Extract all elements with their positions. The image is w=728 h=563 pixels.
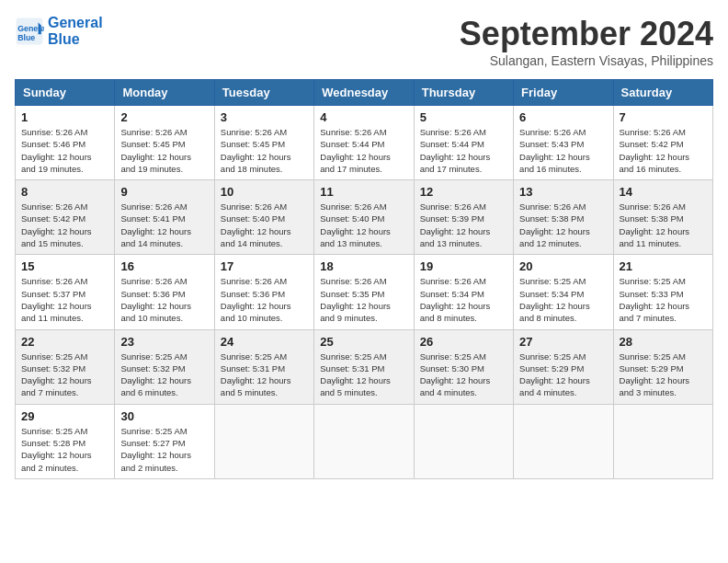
day-number: 23 — [120, 335, 208, 349]
day-number: 1 — [21, 110, 108, 124]
table-cell: 8Sunrise: 5:26 AMSunset: 5:42 PMDaylight… — [16, 180, 115, 255]
day-number: 11 — [320, 185, 407, 199]
table-cell: 7Sunrise: 5:26 AMSunset: 5:42 PMDaylight… — [613, 106, 712, 180]
day-info: Sunrise: 5:25 AMSunset: 5:34 PMDaylight:… — [519, 275, 607, 324]
day-number: 14 — [620, 185, 707, 199]
day-info: Sunrise: 5:26 AMSunset: 5:34 PMDaylight:… — [420, 275, 507, 324]
day-number: 3 — [221, 110, 308, 124]
table-cell: 21Sunrise: 5:25 AMSunset: 5:33 PMDayligh… — [613, 255, 712, 329]
day-number: 13 — [519, 185, 607, 199]
table-cell: 2Sunrise: 5:26 AMSunset: 5:45 PMDaylight… — [115, 106, 214, 180]
day-number: 30 — [120, 409, 208, 423]
day-info: Sunrise: 5:25 AMSunset: 5:32 PMDaylight:… — [21, 350, 108, 399]
table-cell — [314, 404, 414, 478]
day-info: Sunrise: 5:25 AMSunset: 5:27 PMDaylight:… — [120, 425, 208, 474]
svg-text:Blue: Blue — [17, 32, 35, 41]
calendar-row: 22Sunrise: 5:25 AMSunset: 5:32 PMDayligh… — [16, 329, 713, 404]
day-number: 7 — [620, 110, 707, 124]
day-info: Sunrise: 5:25 AMSunset: 5:28 PMDaylight:… — [21, 425, 108, 474]
table-cell: 28Sunrise: 5:25 AMSunset: 5:29 PMDayligh… — [613, 329, 712, 404]
day-number: 15 — [21, 259, 108, 273]
table-cell: 17Sunrise: 5:26 AMSunset: 5:36 PMDayligh… — [214, 255, 313, 329]
calendar-header-row: Sunday Monday Tuesday Wednesday Thursday… — [16, 80, 713, 106]
table-cell: 12Sunrise: 5:26 AMSunset: 5:39 PMDayligh… — [414, 180, 513, 255]
day-number: 10 — [221, 185, 308, 199]
day-info: Sunrise: 5:25 AMSunset: 5:30 PMDaylight:… — [420, 350, 507, 399]
table-cell: 27Sunrise: 5:25 AMSunset: 5:29 PMDayligh… — [514, 329, 613, 404]
day-number: 21 — [620, 259, 707, 273]
day-number: 27 — [519, 335, 607, 349]
day-number: 29 — [21, 409, 108, 423]
month-title: September 2024 — [460, 15, 713, 53]
table-cell: 10Sunrise: 5:26 AMSunset: 5:40 PMDayligh… — [214, 180, 313, 255]
day-number: 17 — [221, 259, 308, 273]
table-cell: 13Sunrise: 5:26 AMSunset: 5:38 PMDayligh… — [514, 180, 613, 255]
calendar-row: 8Sunrise: 5:26 AMSunset: 5:42 PMDaylight… — [16, 180, 713, 255]
day-number: 25 — [320, 335, 407, 349]
col-tuesday: Tuesday — [214, 80, 313, 106]
day-info: Sunrise: 5:25 AMSunset: 5:33 PMDaylight:… — [620, 275, 707, 324]
day-info: Sunrise: 5:26 AMSunset: 5:45 PMDaylight:… — [120, 126, 208, 175]
calendar-row: 15Sunrise: 5:26 AMSunset: 5:37 PMDayligh… — [16, 255, 713, 329]
col-thursday: Thursday — [414, 80, 513, 106]
day-number: 24 — [221, 335, 308, 349]
day-number: 16 — [120, 259, 208, 273]
day-info: Sunrise: 5:26 AMSunset: 5:44 PMDaylight:… — [420, 126, 507, 175]
table-cell: 24Sunrise: 5:25 AMSunset: 5:31 PMDayligh… — [214, 329, 313, 404]
day-info: Sunrise: 5:26 AMSunset: 5:41 PMDaylight:… — [120, 201, 208, 249]
day-info: Sunrise: 5:26 AMSunset: 5:44 PMDaylight:… — [320, 126, 407, 175]
day-info: Sunrise: 5:26 AMSunset: 5:46 PMDaylight:… — [21, 126, 108, 175]
table-cell: 30Sunrise: 5:25 AMSunset: 5:27 PMDayligh… — [115, 404, 214, 478]
day-info: Sunrise: 5:26 AMSunset: 5:38 PMDaylight:… — [519, 201, 607, 249]
table-cell: 25Sunrise: 5:25 AMSunset: 5:31 PMDayligh… — [314, 329, 414, 404]
day-number: 26 — [420, 335, 507, 349]
logo-text-blue: Blue — [48, 31, 103, 48]
day-info: Sunrise: 5:25 AMSunset: 5:32 PMDaylight:… — [120, 350, 208, 399]
day-info: Sunrise: 5:26 AMSunset: 5:45 PMDaylight:… — [221, 126, 308, 175]
col-friday: Friday — [514, 80, 613, 106]
day-info: Sunrise: 5:26 AMSunset: 5:37 PMDaylight:… — [21, 275, 108, 324]
day-info: Sunrise: 5:26 AMSunset: 5:40 PMDaylight:… — [320, 201, 407, 249]
day-info: Sunrise: 5:26 AMSunset: 5:36 PMDaylight:… — [221, 275, 308, 324]
table-cell — [214, 404, 313, 478]
table-cell: 18Sunrise: 5:26 AMSunset: 5:35 PMDayligh… — [314, 255, 414, 329]
table-cell: 11Sunrise: 5:26 AMSunset: 5:40 PMDayligh… — [314, 180, 414, 255]
table-cell: 22Sunrise: 5:25 AMSunset: 5:32 PMDayligh… — [16, 329, 115, 404]
day-number: 20 — [519, 259, 607, 273]
logo-icon: General Blue — [15, 17, 44, 46]
table-cell: 5Sunrise: 5:26 AMSunset: 5:44 PMDaylight… — [414, 106, 513, 180]
day-number: 22 — [21, 335, 108, 349]
calendar-row: 29Sunrise: 5:25 AMSunset: 5:28 PMDayligh… — [16, 404, 713, 478]
table-cell — [613, 404, 712, 478]
day-number: 6 — [519, 110, 607, 124]
table-cell — [414, 404, 513, 478]
day-number: 2 — [120, 110, 208, 124]
table-cell: 3Sunrise: 5:26 AMSunset: 5:45 PMDaylight… — [214, 106, 313, 180]
day-info: Sunrise: 5:25 AMSunset: 5:29 PMDaylight:… — [620, 350, 707, 399]
day-info: Sunrise: 5:25 AMSunset: 5:31 PMDaylight:… — [320, 350, 407, 399]
day-info: Sunrise: 5:26 AMSunset: 5:36 PMDaylight:… — [120, 275, 208, 324]
title-area: September 2024 Sulangan, Eastern Visayas… — [460, 15, 713, 68]
col-saturday: Saturday — [613, 80, 712, 106]
day-info: Sunrise: 5:26 AMSunset: 5:43 PMDaylight:… — [519, 126, 607, 175]
location: Sulangan, Eastern Visayas, Philippines — [460, 53, 713, 68]
day-number: 12 — [420, 185, 507, 199]
table-cell: 23Sunrise: 5:25 AMSunset: 5:32 PMDayligh… — [115, 329, 214, 404]
table-cell: 1Sunrise: 5:26 AMSunset: 5:46 PMDaylight… — [16, 106, 115, 180]
calendar-table: Sunday Monday Tuesday Wednesday Thursday… — [15, 79, 713, 479]
table-cell: 29Sunrise: 5:25 AMSunset: 5:28 PMDayligh… — [16, 404, 115, 478]
day-number: 5 — [420, 110, 507, 124]
day-info: Sunrise: 5:26 AMSunset: 5:39 PMDaylight:… — [420, 201, 507, 249]
day-info: Sunrise: 5:26 AMSunset: 5:42 PMDaylight:… — [620, 126, 707, 175]
day-info: Sunrise: 5:25 AMSunset: 5:31 PMDaylight:… — [221, 350, 308, 399]
table-cell: 6Sunrise: 5:26 AMSunset: 5:43 PMDaylight… — [514, 106, 613, 180]
day-number: 9 — [120, 185, 208, 199]
table-cell: 14Sunrise: 5:26 AMSunset: 5:38 PMDayligh… — [613, 180, 712, 255]
logo-text-general: General — [48, 15, 103, 31]
page-header: General Blue General Blue September 2024… — [15, 15, 713, 68]
day-number: 4 — [320, 110, 407, 124]
day-info: Sunrise: 5:25 AMSunset: 5:29 PMDaylight:… — [519, 350, 607, 399]
day-number: 18 — [320, 259, 407, 273]
table-cell: 19Sunrise: 5:26 AMSunset: 5:34 PMDayligh… — [414, 255, 513, 329]
col-monday: Monday — [115, 80, 214, 106]
